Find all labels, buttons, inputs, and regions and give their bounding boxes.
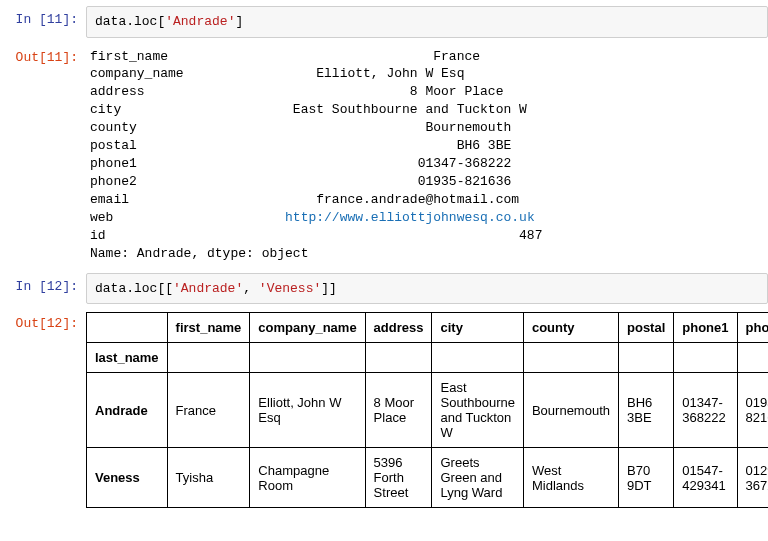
cell-out-12: Out[12]: first_namecompany_nameaddressci… — [0, 310, 768, 508]
column-header-blank — [619, 343, 674, 373]
table-cell: Tyisha — [167, 448, 250, 508]
index-name-header: last_name — [87, 343, 168, 373]
table-cell: East Southbourne and Tuckton W — [432, 373, 523, 448]
code-token: data.loc[ — [95, 14, 165, 29]
cell-out-12-content: first_namecompany_nameaddresscitycountyp… — [86, 310, 768, 508]
table-row: AndradeFranceElliott, John W Esq8 Moor P… — [87, 373, 769, 448]
column-header: postal — [619, 313, 674, 343]
table-cell: Champagne Room — [250, 448, 365, 508]
table-cell: 01935-821636 — [737, 373, 768, 448]
column-header: city — [432, 313, 523, 343]
column-header: phone1 — [674, 313, 737, 343]
prompt-out-12: Out[12]: — [0, 310, 86, 333]
table-row: VenessTyishaChampagne Room5396 Forth Str… — [87, 448, 769, 508]
table-cell: BH6 3BE — [619, 373, 674, 448]
dataframe-table: first_namecompany_nameaddresscitycountyp… — [86, 312, 768, 508]
cell-in-12-content: data.loc[['Andrade', 'Veness']] — [86, 273, 768, 305]
prompt-in-12: In [12]: — [0, 273, 86, 296]
column-header-blank — [250, 343, 365, 373]
code-input-12[interactable]: data.loc[['Andrade', 'Veness']] — [86, 273, 768, 305]
table-cell: 01547-429341 — [674, 448, 737, 508]
table-cell: 8 Moor Place — [365, 373, 432, 448]
row-index: Andrade — [87, 373, 168, 448]
cell-in-11: In [11]: data.loc['Andrade'] — [0, 6, 768, 38]
prompt-in-11: In [11]: — [0, 6, 86, 29]
prompt-out-11: Out[11]: — [0, 44, 86, 67]
table-cell: 01347-368222 — [674, 373, 737, 448]
code-string-token: 'Andrade' — [173, 281, 243, 296]
column-header: company_name — [250, 313, 365, 343]
table-cell: France — [167, 373, 250, 448]
code-token: ]] — [321, 281, 337, 296]
cell-out-11: Out[11]: first_name France company_name … — [0, 44, 768, 267]
code-token: data.loc[[ — [95, 281, 173, 296]
column-header: phone2 — [737, 313, 768, 343]
table-cell: Elliott, John W Esq — [250, 373, 365, 448]
column-header-blank — [737, 343, 768, 373]
column-header: first_name — [167, 313, 250, 343]
table-cell: B70 9DT — [619, 448, 674, 508]
series-output-11: first_name France company_name Elliott, … — [86, 44, 768, 267]
column-header-blank — [365, 343, 432, 373]
column-header-blank — [674, 343, 737, 373]
cell-out-11-content: first_name France company_name Elliott, … — [86, 44, 768, 267]
cell-in-12: In [12]: data.loc[['Andrade', 'Veness']] — [0, 273, 768, 305]
column-header: county — [523, 313, 618, 343]
table-corner — [87, 313, 168, 343]
column-header-blank — [432, 343, 523, 373]
code-string-token: 'Andrade' — [165, 14, 235, 29]
code-token: , — [243, 281, 259, 296]
code-token: ] — [235, 14, 243, 29]
code-input-11[interactable]: data.loc['Andrade'] — [86, 6, 768, 38]
table-cell: 5396 Forth Street — [365, 448, 432, 508]
table-cell: Greets Green and Lyng Ward — [432, 448, 523, 508]
output-link[interactable]: http://www.elliottjohnwesq.co.uk — [285, 210, 535, 225]
row-index: Veness — [87, 448, 168, 508]
table-cell: 01290-367248 — [737, 448, 768, 508]
table-cell: Bournemouth — [523, 373, 618, 448]
column-header-blank — [167, 343, 250, 373]
cell-in-11-content: data.loc['Andrade'] — [86, 6, 768, 38]
table-cell: West Midlands — [523, 448, 618, 508]
column-header-blank — [523, 343, 618, 373]
column-header: address — [365, 313, 432, 343]
code-string-token: 'Veness' — [259, 281, 321, 296]
